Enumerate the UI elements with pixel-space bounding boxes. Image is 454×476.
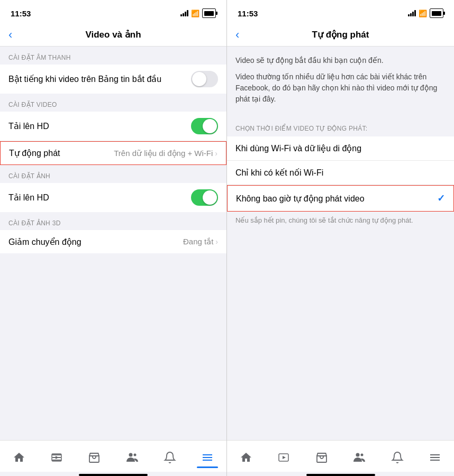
toggle-tai-len-hd-anh[interactable]: [191, 189, 218, 206]
tab-notifications-left[interactable]: [164, 451, 176, 464]
settings-group-video: Tải lên HD Tự động phát Trên dữ liệu di …: [0, 112, 226, 165]
status-icons-right: 📶: [408, 8, 443, 18]
row-value-giam-chuyen-dong: Đang tắt ›: [183, 237, 218, 246]
row-bat-tieng[interactable]: Bật tiếng khi video trên Bảng tin bắt đầ…: [0, 65, 226, 94]
row-label-tai-len-hd-anh: Tải lên HD: [8, 193, 49, 203]
left-phone: 11:53 📶 ‹ Video và ảnh CÀI ĐẶT ÂM THANH …: [0, 0, 227, 476]
tab-video-left[interactable]: [50, 451, 63, 464]
row-value-tu-dong-phat: Trên dữ liệu di động + Wi-Fi ›: [114, 149, 217, 158]
row-tai-len-hd-video[interactable]: Tải lên HD: [0, 112, 226, 141]
option-wifi-only[interactable]: Chỉ khi có kết nối Wi-Fi: [227, 161, 454, 185]
row-label-giam-chuyen-dong: Giảm chuyển động: [8, 237, 81, 247]
toggle-bat-tieng[interactable]: [191, 71, 218, 87]
wifi-icon: 📶: [191, 10, 199, 17]
autoplay-info-text-2: Video thường tốn nhiều dữ liệu hơn các b…: [235, 71, 446, 105]
row-label-bat-tieng: Bật tiếng khi video trên Bảng tin bắt đầ…: [8, 74, 161, 84]
signal-icon: [180, 10, 188, 16]
section-header-anh: CÀI ĐẶT ẢNH: [0, 165, 226, 183]
tab-friends-left[interactable]: [126, 451, 139, 464]
row-tu-dong-phat[interactable]: Tự động phát Trên dữ liệu di động + Wi-F…: [0, 141, 226, 165]
time-left: 11:53: [11, 9, 31, 18]
wifi-icon-right: 📶: [419, 10, 427, 17]
option-label-wifi-only: Chỉ khi có kết nối Wi-Fi: [235, 168, 323, 178]
tab-marketplace-right[interactable]: [315, 451, 328, 464]
hint-text: Nếu sắp hết pin, chúng tôi sẽ tắt chức n…: [227, 212, 454, 234]
row-tai-len-hd-anh[interactable]: Tải lên HD: [0, 183, 226, 212]
content-right: Video sẽ tự động bắt đầu khi bạn cuộn đế…: [227, 47, 454, 440]
svg-marker-5: [283, 456, 286, 459]
home-indicator-right: [306, 474, 375, 476]
toggle-knob-bat-tieng: [192, 72, 206, 86]
settings-group-anh: Tải lên HD: [0, 183, 226, 212]
autoplay-info: Video sẽ tự động bắt đầu khi bạn cuộn đế…: [227, 47, 454, 118]
svg-point-2: [129, 453, 132, 456]
row-giam-chuyen-dong[interactable]: Giảm chuyển động Đang tắt ›: [0, 230, 226, 253]
right-phone: 11:53 📶 ‹ Tự động phát Video sẽ tự động …: [227, 0, 454, 476]
page-title-right: Tự động phát: [312, 29, 369, 40]
option-never[interactable]: Không bao giờ tự động phát video ✓: [227, 185, 454, 212]
home-indicator-left: [79, 474, 148, 476]
tab-notifications-right[interactable]: [391, 451, 404, 464]
option-wifi-and-data[interactable]: Khi dùng Wi-Fi và dữ liệu di động: [227, 136, 454, 161]
toggle-knob-tai-len-hd-anh: [203, 190, 217, 205]
back-button-right[interactable]: ‹: [235, 28, 239, 42]
page-title-left: Video và ảnh: [85, 29, 141, 40]
settings-group-anh-3d: Giảm chuyển động Đang tắt ›: [0, 230, 226, 253]
section-header-video: CÀI ĐẶT VIDEO: [0, 94, 226, 112]
svg-point-6: [356, 453, 360, 456]
row-label-tu-dong-phat: Tự động phát: [9, 148, 60, 158]
svg-point-7: [361, 453, 364, 456]
nav-header-left: ‹ Video và ảnh: [0, 23, 226, 47]
chevron-icon-tu-dong-phat: ›: [215, 149, 217, 158]
nav-header-right: ‹ Tự động phát: [227, 23, 454, 47]
toggle-tai-len-hd-video[interactable]: [191, 118, 218, 134]
svg-marker-1: [56, 456, 59, 459]
tab-video-right[interactable]: [277, 451, 290, 464]
back-button-left[interactable]: ‹: [8, 28, 12, 42]
toggle-knob-tai-len-hd-video: [203, 119, 217, 133]
tab-active-indicator-left: [197, 466, 218, 468]
tab-bar-left: [0, 440, 226, 472]
tab-marketplace-left[interactable]: [88, 451, 101, 464]
status-bar-right: 11:53 📶: [227, 0, 454, 23]
autoplay-options-group: Khi dùng Wi-Fi và dữ liệu di động Chỉ kh…: [227, 136, 454, 212]
time-right: 11:53: [238, 9, 258, 18]
autoplay-info-text-1: Video sẽ tự động bắt đầu khi bạn cuộn đế…: [235, 55, 446, 66]
section-label-autoplay: CHỌN THỜI ĐIỂM VIDEO TỰ ĐỘNG PHÁT:: [227, 118, 454, 136]
tab-menu-right[interactable]: [429, 451, 441, 464]
battery-icon: [202, 8, 216, 18]
row-label-tai-len-hd-video: Tải lên HD: [8, 121, 49, 131]
signal-icon-right: [408, 10, 416, 16]
tab-menu-left[interactable]: [201, 451, 214, 464]
option-label-wifi-and-data: Khi dùng Wi-Fi và dữ liệu di động: [235, 143, 361, 153]
option-label-never: Không bao giờ tự động phát video: [236, 194, 365, 204]
svg-point-3: [133, 453, 136, 456]
content-left: CÀI ĐẶT ÂM THANH Bật tiếng khi video trê…: [0, 47, 226, 440]
tab-home-left[interactable]: [13, 451, 25, 464]
chevron-icon-giam-chuyen-dong: ›: [215, 237, 218, 246]
section-header-am-thanh: CÀI ĐẶT ÂM THANH: [0, 47, 226, 65]
checkmark-icon: ✓: [437, 193, 445, 204]
status-bar-left: 11:53 📶: [0, 0, 226, 23]
status-icons-left: 📶: [180, 8, 216, 18]
tab-friends-right[interactable]: [353, 451, 366, 464]
battery-icon-right: [430, 8, 443, 18]
tab-home-right[interactable]: [240, 451, 252, 464]
tab-bar-right: [227, 440, 454, 472]
settings-group-am-thanh: Bật tiếng khi video trên Bảng tin bắt đầ…: [0, 65, 226, 94]
section-header-anh-3d: CÀI ĐẶT ẢNH 3D: [0, 212, 226, 230]
